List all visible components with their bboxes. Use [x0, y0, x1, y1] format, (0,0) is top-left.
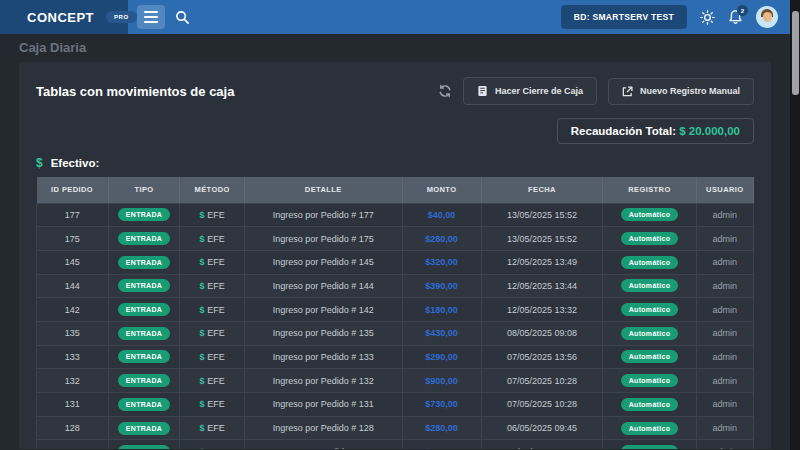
automatico-badge: Automático	[621, 350, 679, 363]
cell-monto: $40,00	[402, 203, 481, 227]
entrada-badge: ENTRADA	[118, 422, 170, 435]
entrada-badge: ENTRADA	[118, 350, 170, 363]
table-row: 128ENTRADA$ EFEIngreso por Pedido # 128$…	[37, 416, 754, 440]
refresh-button[interactable]	[438, 84, 452, 98]
cell-monto: $430,00	[402, 321, 481, 345]
cell-registro: Automático	[603, 321, 696, 345]
automatico-badge: Automático	[621, 303, 679, 316]
new-manual-record-label: Nuevo Registro Manual	[640, 86, 740, 96]
cell-usuario: admin	[696, 393, 753, 417]
cell-fecha: 12/05/2025 13:49	[481, 250, 603, 274]
cell-fecha: 07/05/2025 10:28	[481, 393, 603, 417]
cell-tipo: ENTRADA	[108, 203, 180, 227]
pro-badge: PRO	[106, 11, 137, 23]
entrada-badge: ENTRADA	[118, 303, 170, 316]
dollar-icon: $	[200, 423, 205, 433]
automatico-badge: Automático	[621, 445, 679, 449]
cell-monto: $280,00	[402, 416, 481, 440]
cell-tipo: ENTRADA	[108, 416, 180, 440]
cell-registro: Automático	[603, 274, 696, 298]
cell-usuario: admin	[696, 321, 753, 345]
automatico-badge: Automático	[621, 232, 679, 245]
entrada-badge: ENTRADA	[118, 256, 170, 269]
cell-registro: Automático	[603, 345, 696, 369]
cell-usuario: admin	[696, 440, 753, 449]
column-header: MÉTODO	[180, 177, 245, 203]
close-register-button[interactable]: Hacer Cierre de Caja	[463, 77, 597, 105]
column-header: TIPO	[108, 177, 180, 203]
notifications-button[interactable]: 2	[728, 9, 743, 25]
cell-id-pedido: 145	[37, 250, 109, 274]
cell-registro: Automático	[603, 227, 696, 251]
brand-area: CONCEPT PRO	[0, 0, 128, 34]
total-collection-value: $ 20.000,00	[679, 125, 740, 137]
cell-detalle: Ingreso por Pedido # 131	[244, 393, 402, 417]
cell-registro: Automático	[603, 369, 696, 393]
theme-toggle-button[interactable]	[700, 10, 715, 25]
cell-detalle: Ingreso por Pedido # 132	[244, 369, 402, 393]
dollar-icon: $	[200, 210, 205, 220]
cell-tipo: ENTRADA	[108, 274, 180, 298]
user-avatar[interactable]	[756, 6, 778, 28]
entrada-badge: ENTRADA	[118, 374, 170, 387]
cell-metodo: $ EFE	[180, 227, 245, 251]
cell-tipo: ENTRADA	[108, 321, 180, 345]
cell-id-pedido: 133	[37, 345, 109, 369]
cell-id-pedido: 177	[37, 203, 109, 227]
cell-metodo: $ EFE	[180, 298, 245, 322]
entrada-badge: ENTRADA	[118, 327, 170, 340]
hamburger-icon	[144, 11, 158, 13]
cell-registro: Automático	[603, 440, 696, 449]
cell-detalle: Ingreso por Pedido # 177	[244, 203, 402, 227]
cell-registro: Automático	[603, 416, 696, 440]
database-button[interactable]: BD: SMARTSERV TEST	[561, 5, 687, 29]
column-header: DETALLE	[244, 177, 402, 203]
table-row: 133ENTRADA$ EFEIngreso por Pedido # 133$…	[37, 345, 754, 369]
cell-id-pedido: 135	[37, 321, 109, 345]
table-row: 132ENTRADA$ EFEIngreso por Pedido # 132$…	[37, 369, 754, 393]
cell-detalle: Ingreso por Pedido # 128	[244, 416, 402, 440]
column-header: USUARIO	[696, 177, 753, 203]
cell-monto: $320,00	[402, 250, 481, 274]
table-row: 145ENTRADA$ EFEIngreso por Pedido # 145$…	[37, 250, 754, 274]
entrada-badge: ENTRADA	[118, 279, 170, 292]
cell-tipo: ENTRADA	[108, 345, 180, 369]
cell-fecha: 06/05/2025 09:45	[481, 416, 603, 440]
cell-fecha: 07/05/2025 10:28	[481, 369, 603, 393]
menu-toggle-button[interactable]	[137, 5, 165, 29]
avatar-face	[763, 12, 772, 22]
new-manual-record-button[interactable]: Nuevo Registro Manual	[608, 78, 754, 105]
dollar-icon: $	[200, 234, 205, 244]
cash-movements-table: ID PEDIDOTIPOMÉTODODETALLEMONTOFECHAREGI…	[36, 177, 754, 449]
cell-registro: Automático	[603, 393, 696, 417]
cell-detalle: Ingreso por Pedido # 145	[244, 250, 402, 274]
vertical-scrollbar[interactable]: ▲ ▼	[790, 0, 800, 450]
page-title: Caja Diaria	[19, 40, 86, 55]
dollar-icon: $	[200, 376, 205, 386]
automatico-badge: Automático	[621, 327, 679, 340]
cash-section-label: $ Efectivo:	[36, 156, 754, 170]
scrollbar-thumb[interactable]	[792, 11, 799, 95]
cell-usuario: admin	[696, 416, 753, 440]
dollar-icon: $	[200, 447, 205, 449]
total-collection-label: Recaudación Total:	[571, 125, 676, 137]
card-actions: Hacer Cierre de Caja Nuevo Registro Manu…	[438, 77, 754, 105]
cell-usuario: admin	[696, 274, 753, 298]
dollar-icon: $	[200, 257, 205, 267]
cell-id-pedido: 118	[37, 440, 109, 449]
dollar-icon: $	[200, 305, 205, 315]
cell-id-pedido: 131	[37, 393, 109, 417]
dollar-icon: $	[36, 156, 43, 170]
cell-fecha: 05/05/2025 13:29	[481, 440, 603, 449]
entrada-badge: ENTRADA	[118, 232, 170, 245]
top-header: CONCEPT PRO BD: SMARTSERV TEST	[0, 0, 800, 34]
total-collection-box: Recaudación Total: $ 20.000,00	[557, 118, 754, 144]
cell-tipo: ENTRADA	[108, 250, 180, 274]
dollar-icon: $	[200, 399, 205, 409]
brand-logo: CONCEPT	[27, 10, 94, 25]
cell-detalle: Ingreso por Pedido # 142	[244, 298, 402, 322]
search-button[interactable]	[175, 10, 190, 25]
table-row: 131ENTRADA$ EFEIngreso por Pedido # 131$…	[37, 393, 754, 417]
dollar-icon: $	[200, 281, 205, 291]
card-title: Tablas con movimientos de caja	[36, 84, 234, 99]
